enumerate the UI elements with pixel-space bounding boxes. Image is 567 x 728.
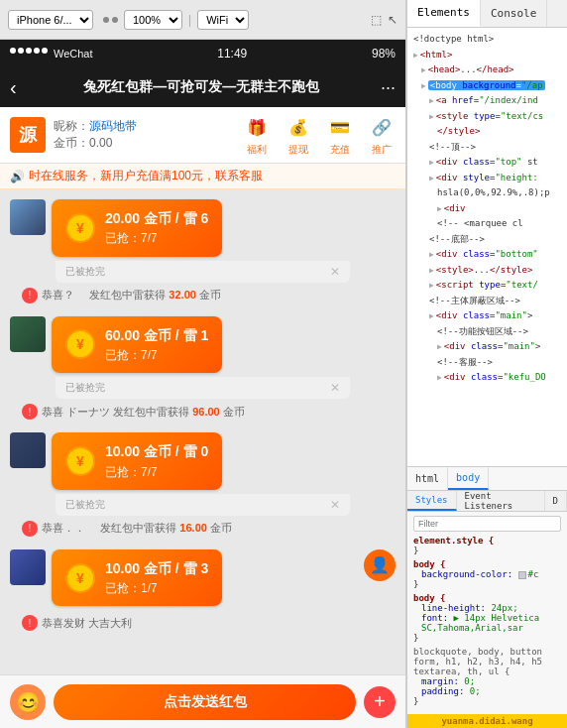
tree-script[interactable]: ▶<script type="text/ xyxy=(409,278,565,294)
rp-grabbed-1: 已抢：7/7 xyxy=(105,229,208,248)
tuiguang-button[interactable]: 🔗 推广 xyxy=(368,113,396,157)
val-bgcolor: #c xyxy=(528,569,539,579)
avatar-3 xyxy=(10,432,46,468)
more-button[interactable]: ··· xyxy=(381,77,396,98)
system-msg-4: ! 恭喜发财 大吉大利 xyxy=(14,612,392,634)
coin-icon-3: ¥ xyxy=(65,446,95,476)
tixian-button[interactable]: 💰 提现 xyxy=(284,113,312,157)
selector-close: } xyxy=(413,546,561,555)
rp-amount-4: 10.00 金币 / 雷 3 xyxy=(105,557,208,579)
wechat-label: WeChat xyxy=(54,48,93,60)
tree-div-top[interactable]: ▶<div class="top" st xyxy=(409,155,565,171)
tree-style2[interactable]: ▶<style>...</style> xyxy=(409,263,565,279)
rp-status-3: 已被抢完 ✕ xyxy=(56,494,350,516)
rp-bubble-2[interactable]: ¥ 60.00 金币 / 雷 1 已抢：7/7 xyxy=(52,316,222,374)
rp-grabbed-2: 已抢：7/7 xyxy=(105,346,208,365)
device-selector[interactable]: iPhone 6/... xyxy=(8,10,93,30)
dot xyxy=(26,48,32,54)
watermark: yuanma.didai.wang xyxy=(407,714,567,728)
prop-padding: padding: 0; xyxy=(421,686,561,696)
coin-value: 0.00 xyxy=(89,136,112,150)
tree-div-kefu[interactable]: ▶<div class="kefu_DO xyxy=(409,370,565,386)
rp-row-3: ¥ 10.00 金币 / 雷 0 已抢：7/7 xyxy=(4,428,401,494)
zoom-selector[interactable]: 100% xyxy=(124,10,182,30)
close-btn-1[interactable]: ✕ xyxy=(330,265,340,279)
rp-amount-1: 20.00 金币 / 雷 6 xyxy=(105,207,208,229)
rule-close3: } xyxy=(413,696,561,706)
add-button[interactable]: + xyxy=(364,686,396,718)
breadcrumb-tabs: html body xyxy=(407,467,567,491)
style-rule-blockquote: blockquote, body, button form, h1, h2, h… xyxy=(413,647,561,706)
nickname-label: 昵称： xyxy=(54,119,89,133)
notice-bar: 🔊 时在线服务，新用户充值满100元，联系客服 xyxy=(0,164,405,189)
rp-bubble-3[interactable]: ¥ 10.00 金币 / 雷 0 已抢：7/7 xyxy=(52,432,222,490)
selector-body1: body { xyxy=(413,559,561,569)
system-text-4: 恭喜发财 大吉大利 xyxy=(42,616,132,631)
chongzhi-button[interactable]: 💳 充值 xyxy=(326,113,354,157)
tab-body[interactable]: body xyxy=(448,467,489,490)
avatar-4 xyxy=(10,549,46,585)
selector-blockquote: blockquote, body, button xyxy=(413,647,561,657)
tree-div-height[interactable]: ▶<div style="height: xyxy=(409,171,565,186)
system-msg-1: ! 恭喜？ 发红包中雷获得 32.00 金币 xyxy=(14,285,392,306)
tree-comment-func: <!--功能按钮区域--> xyxy=(409,324,565,340)
system-text-2: 恭喜 ドーナツ 发红包中雷获得 96.00 金币 xyxy=(42,405,245,420)
tree-div-bottom[interactable]: ▶<div class="bottom" xyxy=(409,247,565,263)
send-red-packet-button[interactable]: 点击发送红包 xyxy=(54,684,356,720)
tree-style1[interactable]: ▶<style type="text/cs xyxy=(409,109,565,125)
coin-icon-2: ¥ xyxy=(65,329,95,359)
filter-input[interactable] xyxy=(413,516,561,532)
chat-area[interactable]: ¥ 20.00 金币 / 雷 6 已抢：7/7 已被抢完 ✕ ! 恭喜？ 发红包… xyxy=(0,189,405,674)
rp-status-2: 已被抢完 ✕ xyxy=(56,377,350,399)
tree-div2[interactable]: ▶<div xyxy=(409,201,565,217)
rp-row-1: ¥ 20.00 金币 / 雷 6 已抢：7/7 xyxy=(4,195,401,261)
tab-styles[interactable]: Styles xyxy=(407,491,457,511)
dot xyxy=(34,48,40,54)
fuji-button[interactable]: 🎁 福利 xyxy=(243,113,271,157)
close-btn-3[interactable]: ✕ xyxy=(330,498,340,512)
devtools-tabs-row: Elements Console xyxy=(407,0,567,28)
alert-icon-1: ! xyxy=(22,288,38,303)
tab-event-listeners[interactable]: Event Listeners xyxy=(457,491,545,511)
person-icon-btn[interactable]: 👤 xyxy=(364,549,396,581)
alert-icon-3: ! xyxy=(22,521,38,537)
devtools-bottom: html body Styles Event Listeners D eleme… xyxy=(407,466,567,728)
close-btn-2[interactable]: ✕ xyxy=(330,381,340,395)
tree-html: ▶<html> xyxy=(409,48,565,63)
cursor-icon[interactable]: ↖ xyxy=(388,13,397,27)
red-packet-1: ¥ 20.00 金币 / 雷 6 已抢：7/7 已被抢完 ✕ ! 恭喜？ 发红包… xyxy=(4,195,401,306)
tab-d[interactable]: D xyxy=(545,491,567,511)
dot xyxy=(42,48,48,54)
html-tree[interactable]: <!doctype html> ▶<html> ▶<head>...</head… xyxy=(407,28,567,466)
rp-grabbed-4: 已抢：1/7 xyxy=(105,579,208,598)
tree-body[interactable]: ▶<body background="/ap xyxy=(409,78,565,94)
inspect-icon[interactable]: ⬚ xyxy=(371,13,382,27)
alert-icon-2: ! xyxy=(22,404,38,420)
coin-label: 金币： xyxy=(54,136,89,150)
prop-font2: SC,Tahoma,Arial,sar xyxy=(421,623,561,633)
rp-bubble-4[interactable]: ¥ 10.00 金币 / 雷 3 已抢：1/7 xyxy=(52,549,222,607)
rp-amount-2: 60.00 金币 / 雷 1 xyxy=(105,324,208,346)
status-bar: WeChat 11:49 98% xyxy=(0,40,405,67)
tab-html[interactable]: html xyxy=(407,467,448,490)
red-packet-2: ¥ 60.00 金币 / 雷 1 已抢：7/7 已被抢完 ✕ ! 恭喜 ドーナツ… xyxy=(4,312,401,424)
fuji-label: 福利 xyxy=(247,143,267,157)
tree-a[interactable]: ▶<a href="/index/ind xyxy=(409,93,565,109)
styles-panel: element.style { } body { background-colo… xyxy=(407,512,567,714)
chat-input-bar: 😊 点击发送红包 + xyxy=(0,674,405,728)
tab-console[interactable]: Console xyxy=(481,0,547,27)
tree-doctype: <!doctype html> xyxy=(409,32,565,48)
tree-div-main[interactable]: ▶<div class="main"> xyxy=(409,308,565,324)
separator: | xyxy=(188,13,191,27)
dot xyxy=(10,48,16,54)
network-selector[interactable]: WiFi xyxy=(197,10,249,30)
system-text-3: 恭喜．． 发红包中雷获得 16.00 金币 xyxy=(42,521,232,536)
rp-bubble-1[interactable]: ¥ 20.00 金币 / 雷 6 已抢：7/7 xyxy=(52,199,222,257)
rule-close2: } xyxy=(413,633,561,643)
notice-text: 时在线服务，新用户充值满100元，联系客服 xyxy=(29,168,263,184)
back-button[interactable]: ‹ xyxy=(10,76,17,99)
user-meta: 昵称：源码地带 金币：0.00 xyxy=(54,118,235,152)
tab-elements[interactable]: Elements xyxy=(407,0,481,27)
tree-div-main2[interactable]: ▶<div class="main"> xyxy=(409,339,565,355)
share-icon: 🔗 xyxy=(368,113,396,141)
